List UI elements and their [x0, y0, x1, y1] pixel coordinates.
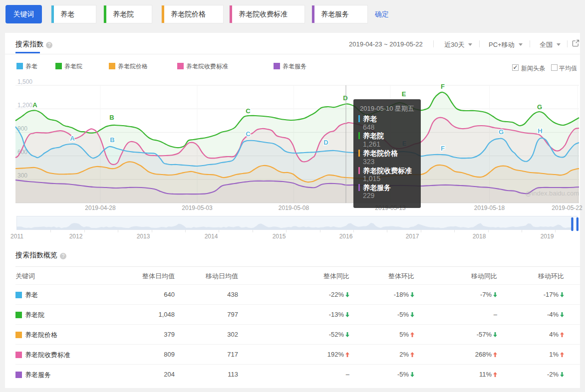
svg-text:2019-05-18: 2019-05-18 [474, 204, 505, 211]
svg-text:H: H [538, 127, 542, 135]
svg-text:2019-04-28: 2019-04-28 [85, 204, 116, 211]
svg-text:B: B [110, 136, 114, 144]
svg-text:@index.baidu.com: @index.baidu.com [525, 190, 579, 197]
svg-text:2019-05-22: 2019-05-22 [552, 204, 583, 211]
svg-text:A: A [70, 135, 75, 142]
svg-text:1,200: 1,200 [17, 102, 32, 109]
svg-text:G: G [499, 128, 504, 136]
svg-text:C: C [246, 130, 251, 138]
svg-text:B: B [109, 114, 114, 121]
svg-text:E: E [402, 90, 406, 98]
svg-text:1,500: 1,500 [17, 78, 32, 85]
svg-text:D: D [343, 94, 347, 102]
svg-text:2019-05-08: 2019-05-08 [279, 204, 309, 211]
svg-text:D: D [323, 139, 328, 146]
svg-text:A: A [32, 101, 37, 109]
svg-text:F: F [441, 83, 445, 90]
svg-text:F: F [441, 145, 445, 152]
svg-text:2019-05-03: 2019-05-03 [182, 204, 213, 211]
svg-text:G: G [537, 103, 542, 111]
svg-text:C: C [246, 107, 251, 115]
